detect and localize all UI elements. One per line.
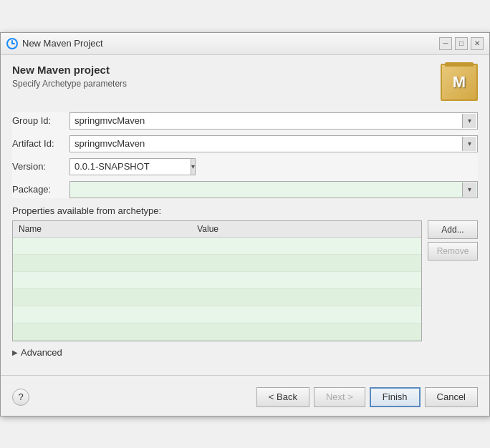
artifact-id-label: Artifact Id: — [12, 138, 69, 149]
artifact-id-input[interactable] — [69, 135, 478, 152]
properties-table: Name Value — [13, 221, 421, 341]
artifact-id-row: Artifact Id: ▾ — [12, 135, 478, 152]
properties-label: Properties available from archetype: — [12, 205, 478, 216]
cancel-button[interactable]: Cancel — [425, 387, 478, 407]
footer-buttons: < Back Next > Finish Cancel — [256, 387, 478, 407]
dialog-subtitle: Specify Archetype parameters — [12, 79, 127, 89]
value-cell — [191, 271, 362, 288]
version-select[interactable]: 0.0.1-SNAPSHOT — [69, 158, 191, 175]
table-row — [13, 323, 421, 340]
name-cell — [13, 288, 191, 306]
version-label: Version: — [12, 161, 69, 172]
back-button[interactable]: < Back — [256, 387, 309, 407]
extra-cell — [362, 237, 421, 254]
group-id-wrapper: ▾ — [69, 112, 478, 130]
version-combo-wrapper: 0.0.1-SNAPSHOT ▾ — [69, 158, 170, 175]
next-button[interactable]: Next > — [314, 387, 365, 407]
minimize-button[interactable]: ─ — [439, 37, 452, 50]
name-cell — [13, 254, 191, 271]
title-bar-controls: ─ □ ✕ — [439, 37, 484, 50]
separator — [1, 375, 489, 376]
maximize-icon: □ — [459, 39, 463, 47]
title-bar: New Maven Project ─ □ ✕ — [1, 33, 489, 55]
version-row: Version: 0.0.1-SNAPSHOT ▾ — [12, 158, 478, 175]
col-value-header: Value — [191, 221, 362, 238]
window-title: New Maven Project — [22, 38, 103, 49]
maven-logo: M — [441, 64, 478, 101]
name-cell — [13, 271, 191, 288]
advanced-section: ▶ Advanced — [12, 347, 478, 358]
col-name-header: Name — [13, 221, 191, 238]
add-button[interactable]: Add... — [428, 220, 478, 239]
maximize-button[interactable]: □ — [455, 37, 468, 50]
value-cell — [191, 306, 362, 323]
properties-section: Name Value — [12, 220, 478, 341]
col-empty-header — [362, 221, 421, 238]
value-cell — [191, 288, 362, 306]
group-id-label: Group Id: — [12, 115, 69, 126]
dialog-title: New Maven project — [12, 64, 127, 76]
advanced-arrow-icon: ▶ — [12, 349, 18, 356]
name-cell — [13, 306, 191, 323]
version-dropdown-arrow[interactable]: ▾ — [191, 158, 196, 175]
extra-cell — [362, 288, 421, 306]
group-id-input[interactable] — [69, 112, 478, 130]
properties-container: Properties available from archetype: Nam… — [12, 205, 478, 341]
form-section: Group Id: ▾ Artifact Id: ▾ — [12, 112, 478, 198]
table-row — [13, 254, 421, 271]
dialog-content: New Maven project Specify Archetype para… — [1, 55, 489, 366]
table-row — [13, 306, 421, 323]
footer: ? < Back Next > Finish Cancel — [1, 381, 489, 416]
group-id-row: Group Id: ▾ — [12, 112, 478, 130]
header-section: New Maven project Specify Archetype para… — [12, 64, 478, 101]
artifact-id-wrapper: ▾ — [69, 135, 478, 152]
extra-cell — [362, 323, 421, 340]
value-cell — [191, 254, 362, 271]
advanced-toggle[interactable]: ▶ Advanced — [12, 347, 478, 358]
package-wrapper: ▾ — [69, 181, 478, 198]
help-button[interactable]: ? — [12, 389, 29, 406]
extra-cell — [362, 254, 421, 271]
close-button[interactable]: ✕ — [471, 37, 484, 50]
extra-cell — [362, 271, 421, 288]
advanced-label: Advanced — [21, 347, 62, 358]
title-bar-left: New Maven Project — [6, 38, 103, 49]
name-cell — [13, 237, 191, 254]
table-row — [13, 271, 421, 288]
version-arrow-icon: ▾ — [191, 162, 195, 170]
footer-left: ? — [12, 389, 29, 406]
value-cell — [191, 323, 362, 340]
header-text: New Maven project Specify Archetype para… — [12, 64, 127, 89]
value-cell — [191, 237, 362, 254]
finish-button[interactable]: Finish — [370, 387, 421, 407]
name-cell — [13, 323, 191, 340]
extra-cell — [362, 306, 421, 323]
table-row — [13, 288, 421, 306]
minimize-icon: ─ — [443, 39, 448, 47]
close-icon: ✕ — [474, 39, 480, 47]
remove-button[interactable]: Remove — [428, 242, 478, 260]
app-icon — [6, 38, 18, 49]
package-input[interactable] — [69, 181, 478, 198]
properties-table-wrapper: Name Value — [12, 220, 422, 341]
properties-buttons: Add... Remove — [428, 220, 478, 341]
dialog-window: New Maven Project ─ □ ✕ New Maven projec… — [0, 32, 490, 417]
table-row — [13, 237, 421, 254]
package-label: Package: — [12, 184, 69, 195]
package-row: Package: ▾ — [12, 181, 478, 198]
